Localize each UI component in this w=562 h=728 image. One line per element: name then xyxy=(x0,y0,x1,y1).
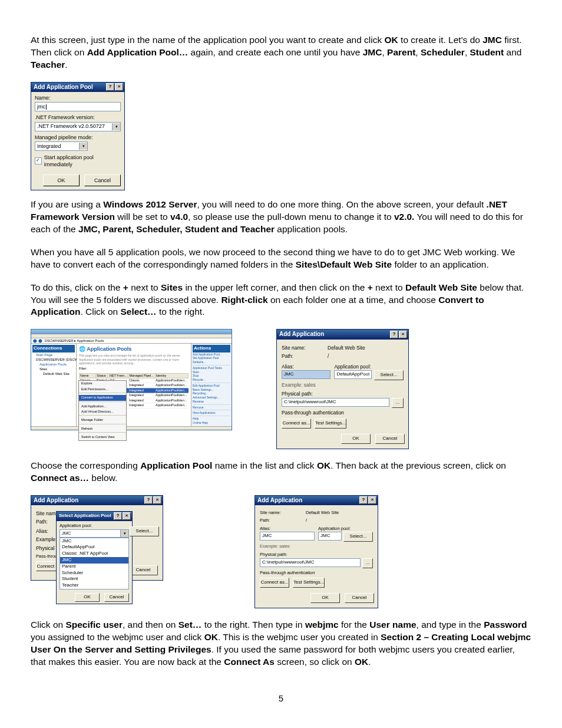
close-icon[interactable]: × xyxy=(115,83,123,91)
add-application-dialog-2: Add Application ?× Site name: Path: Alia… xyxy=(31,495,163,581)
chevron-down-icon: ▾ xyxy=(79,143,87,150)
add-application-dialog-3: Add Application ?× Site name:Default Web… xyxy=(254,495,378,608)
framework-select[interactable]: .NET Framework v2.0.50727▾ xyxy=(35,122,121,131)
connections-tree[interactable]: Connections Start Page DSCWINSERVER (DSC… xyxy=(31,344,77,426)
para-5: Choose the corresponding Application Poo… xyxy=(31,460,531,485)
para-6: Click on Specific user, and then on Set…… xyxy=(31,619,531,668)
cancel-button[interactable]: Cancel xyxy=(84,174,121,186)
browse-button[interactable]: ... xyxy=(392,398,404,408)
app-pool-list[interactable]: JMCDefaultAppPoolClassic .NET AppPoolJMC… xyxy=(59,538,129,589)
alias-input[interactable]: JMC xyxy=(282,370,330,379)
name-input[interactable]: jmc xyxy=(35,102,121,111)
dialog-title: Add Application Pool xyxy=(34,83,93,91)
ok-button[interactable]: OK xyxy=(341,434,371,444)
framework-label: .NET Framework version: xyxy=(35,114,121,121)
pipeline-select[interactable]: Integrated▾ xyxy=(35,141,88,151)
chevron-down-icon: ▾ xyxy=(112,123,120,130)
start-immediately-checkbox[interactable]: ✓Start application pool immediately xyxy=(35,154,121,168)
add-application-dialog: Add Application ?× Site name:Default Web… xyxy=(276,329,409,449)
ok-button[interactable]: OK xyxy=(43,174,80,186)
breadcrumb: DSCWINSERVER ▸ Application Pools xyxy=(45,338,104,343)
cancel-button[interactable]: Cancel xyxy=(375,434,405,444)
context-menu[interactable]: ExploreEdit Permissions...Convert to App… xyxy=(78,380,127,440)
help-icon[interactable]: ? xyxy=(390,331,398,338)
para-4: To do this, click on the + next to Sites… xyxy=(31,282,531,319)
para-2: If you are using a Windows 2012 Server, … xyxy=(31,199,531,236)
app-pool-field: DefaultAppPool xyxy=(334,370,372,379)
dialog-titlebar: Add Application Pool ? × xyxy=(31,83,124,93)
iis-manager-window: ⬤ ⬤ DSCWINSERVER ▸ Application Pools Con… xyxy=(31,329,232,430)
close-icon[interactable]: × xyxy=(399,331,407,338)
app-pool-combo[interactable]: JMC▾ xyxy=(59,529,129,538)
page-number: 5 xyxy=(0,693,562,704)
select-app-pool-dialog: Select Application Pool ?× Application p… xyxy=(56,511,133,605)
select-button[interactable]: Select... xyxy=(374,370,404,380)
pipeline-label: Managed pipeline mode: xyxy=(35,134,121,141)
para-3: When you have all 5 application pools, w… xyxy=(31,246,531,271)
test-settings-button[interactable]: Test Settings... xyxy=(315,419,346,429)
physical-path-input[interactable]: C:\inetpub\wwwroot\JMC xyxy=(282,398,389,407)
add-app-pool-dialog: Add Application Pool ? × Name: jmc .NET … xyxy=(31,82,125,190)
connect-as-button[interactable]: Connect as... xyxy=(282,419,311,429)
para-1: At this screen, just type in the name of… xyxy=(31,34,531,71)
name-label: Name: xyxy=(35,94,121,101)
actions-pane[interactable]: Actions Add Application Pool...Set Appli… xyxy=(191,344,232,426)
help-icon[interactable]: ? xyxy=(106,83,114,91)
